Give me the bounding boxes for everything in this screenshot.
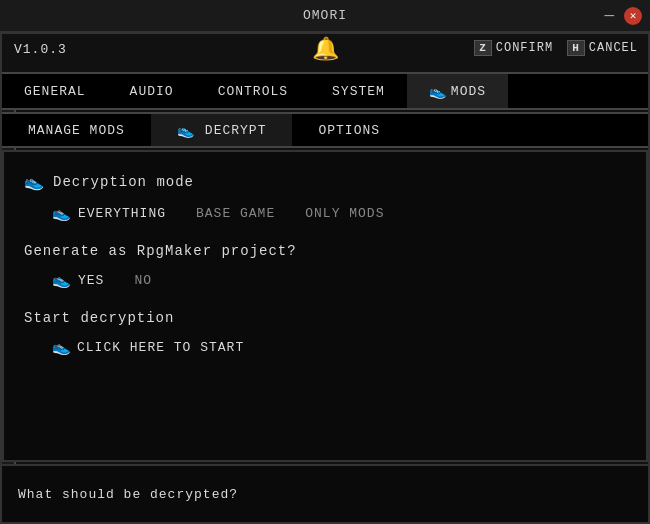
tab-audio[interactable]: AUDIO bbox=[108, 74, 196, 108]
app-title: OMORI bbox=[303, 8, 347, 23]
option-yes[interactable]: 👟 YES bbox=[52, 271, 104, 290]
click-here-label: CLICK HERE TO START bbox=[77, 340, 244, 355]
tab-system[interactable]: SYSTEM bbox=[310, 74, 407, 108]
rpgmaker-section: Generate as RpgMaker project? 👟 YES NO bbox=[24, 243, 626, 290]
lamp-icon: 🔔 bbox=[312, 38, 339, 63]
tab-audio-label: AUDIO bbox=[130, 84, 174, 99]
everything-sel-icon: 👟 bbox=[52, 204, 72, 223]
decryption-mode-icon: 👟 bbox=[24, 172, 45, 192]
option-everything-label: EVERYTHING bbox=[78, 206, 166, 221]
start-decryption-text: Start decryption bbox=[24, 310, 174, 326]
option-base-game[interactable]: BASE GAME bbox=[196, 206, 275, 221]
option-everything[interactable]: 👟 EVERYTHING bbox=[52, 204, 166, 223]
subtab-decrypt-label: DECRYPT bbox=[205, 123, 267, 138]
decryption-mode-section: 👟 Decryption mode 👟 EVERYTHING BASE GAME… bbox=[24, 172, 626, 223]
option-only-mods-label: ONLY MODS bbox=[305, 206, 384, 221]
option-yes-label: YES bbox=[78, 273, 104, 288]
cancel-button[interactable]: H CANCEL bbox=[567, 40, 638, 56]
sub-tabs: MANAGE MODS 👟 DECRYPT OPTIONS bbox=[2, 112, 648, 148]
tab-controls[interactable]: CONTROLS bbox=[196, 74, 310, 108]
tab-mods-label: MODS bbox=[451, 84, 486, 99]
main-container: V1.0.3 🔔 Z CONFIRM H CANCEL ▶ ▶ GENERAL … bbox=[0, 32, 650, 524]
option-no-label: NO bbox=[134, 273, 152, 288]
rpgmaker-options-row: 👟 YES NO bbox=[52, 271, 626, 290]
confirm-button[interactable]: Z CONFIRM bbox=[474, 40, 553, 56]
close-button[interactable]: ✕ bbox=[624, 7, 642, 25]
rpgmaker-label: Generate as RpgMaker project? bbox=[24, 243, 626, 259]
option-base-game-label: BASE GAME bbox=[196, 206, 275, 221]
start-decryption-section: Start decryption 👟 CLICK HERE TO START bbox=[24, 310, 626, 357]
subtab-manage-mods-label: MANAGE MODS bbox=[28, 123, 125, 138]
tab-general[interactable]: GENERAL bbox=[2, 74, 108, 108]
click-here-icon: 👟 bbox=[52, 338, 71, 357]
option-no[interactable]: NO bbox=[134, 273, 152, 288]
tab-controls-label: CONTROLS bbox=[218, 84, 288, 99]
decryption-mode-text: Decryption mode bbox=[53, 174, 194, 190]
tab-mods[interactable]: 👟 MODS bbox=[407, 74, 508, 108]
window-controls: — ✕ bbox=[600, 7, 642, 25]
rpgmaker-text: Generate as RpgMaker project? bbox=[24, 243, 297, 259]
version-label: V1.0.3 bbox=[14, 42, 67, 57]
option-only-mods[interactable]: ONLY MODS bbox=[305, 206, 384, 221]
status-text: What should be decrypted? bbox=[18, 487, 238, 502]
subtab-options[interactable]: OPTIONS bbox=[292, 114, 406, 146]
minimize-button[interactable]: — bbox=[600, 7, 618, 25]
decrypt-icon: 👟 bbox=[177, 122, 195, 139]
subtab-decrypt[interactable]: 👟 DECRYPT bbox=[151, 114, 293, 146]
tab-system-label: SYSTEM bbox=[332, 84, 385, 99]
cancel-key: H bbox=[567, 40, 585, 56]
yes-sel-icon: 👟 bbox=[52, 271, 72, 290]
subtab-manage-mods[interactable]: MANAGE MODS bbox=[2, 114, 151, 146]
decryption-mode-label: 👟 Decryption mode bbox=[24, 172, 626, 192]
confirm-label: CONFIRM bbox=[496, 41, 553, 55]
mods-tab-icon: 👟 bbox=[429, 83, 447, 100]
tab-general-label: GENERAL bbox=[24, 84, 86, 99]
lamp-icon-area: 🔔 bbox=[312, 36, 339, 63]
nav-tabs: GENERAL AUDIO CONTROLS SYSTEM 👟 MODS bbox=[2, 72, 648, 110]
cancel-label: CANCEL bbox=[589, 41, 638, 55]
confirm-key: Z bbox=[474, 40, 492, 56]
top-actions: Z CONFIRM H CANCEL bbox=[474, 40, 638, 56]
click-here-button[interactable]: 👟 CLICK HERE TO START bbox=[52, 338, 626, 357]
title-bar: OMORI — ✕ bbox=[0, 0, 650, 32]
start-decryption-label: Start decryption bbox=[24, 310, 626, 326]
subtab-options-label: OPTIONS bbox=[318, 123, 380, 138]
status-bar: What should be decrypted? bbox=[2, 464, 648, 522]
decrypt-options-row: 👟 EVERYTHING BASE GAME ONLY MODS bbox=[52, 204, 626, 223]
content-panel: 👟 Decryption mode 👟 EVERYTHING BASE GAME… bbox=[2, 150, 648, 462]
